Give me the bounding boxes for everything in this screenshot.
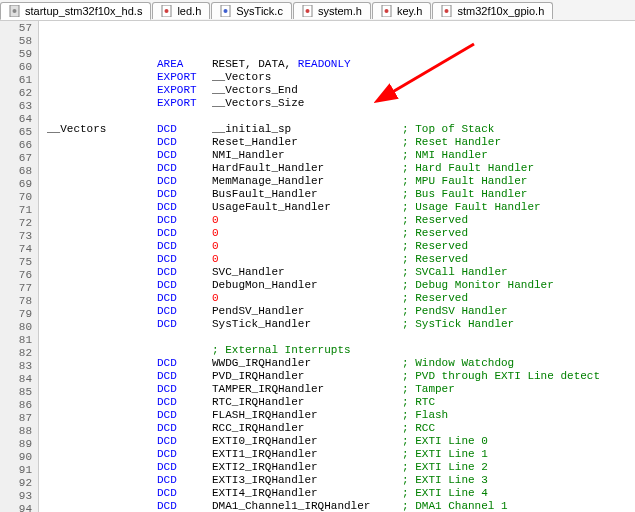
code-line[interactable]: DCDEXTI4_IRQHandler; EXTI Line 4: [39, 487, 635, 500]
code-label: [39, 58, 157, 71]
code-arg: SVC_Handler: [212, 266, 402, 279]
code-comment: ; PendSV Handler: [402, 305, 508, 318]
code-arg: Reset_Handler: [212, 136, 402, 149]
line-number: 78: [0, 295, 38, 308]
code-arg: 0: [212, 240, 402, 253]
code-arg: 0: [212, 227, 402, 240]
code-line[interactable]: DCDDMA1_Channel1_IRQHandler; DMA1 Channe…: [39, 500, 635, 512]
line-number: 94: [0, 503, 38, 512]
code-op: DCD: [157, 266, 212, 279]
code-line[interactable]: __VectorsDCD__initial_sp; Top of Stack: [39, 123, 635, 136]
code-line[interactable]: DCDEXTI0_IRQHandler; EXTI Line 0: [39, 435, 635, 448]
code-line[interactable]: DCDFLASH_IRQHandler; Flash: [39, 409, 635, 422]
code-arg: FLASH_IRQHandler: [212, 409, 402, 422]
code-comment: ; Flash: [402, 409, 448, 422]
code-op: EXPORT: [157, 97, 212, 110]
file-c-icon: [220, 5, 232, 17]
code-line[interactable]: EXPORT__Vectors_Size: [39, 97, 635, 110]
code-arg: EXTI3_IRQHandler: [212, 474, 402, 487]
code-line[interactable]: EXPORT__Vectors_End: [39, 84, 635, 97]
line-number: 64: [0, 113, 38, 126]
code-arg: RESET, DATA, READONLY: [212, 58, 402, 71]
code-op: DCD: [157, 136, 212, 149]
code-line[interactable]: DCDEXTI1_IRQHandler; EXTI Line 1: [39, 448, 635, 461]
code-arg: 0: [212, 253, 402, 266]
code-line[interactable]: DCDDebugMon_Handler; Debug Monitor Handl…: [39, 279, 635, 292]
code-line[interactable]: AREARESET, DATA, READONLY: [39, 58, 635, 71]
code-line[interactable]: [39, 331, 635, 344]
svg-point-3: [165, 9, 169, 13]
code-line[interactable]: DCDMemManage_Handler; MPU Fault Handler: [39, 175, 635, 188]
code-line[interactable]: ; External Interrupts: [39, 344, 635, 357]
code-comment: ; Debug Monitor Handler: [402, 279, 554, 292]
line-number: 81: [0, 334, 38, 347]
code-line[interactable]: DCD0; Reserved: [39, 253, 635, 266]
code-line[interactable]: DCD0; Reserved: [39, 227, 635, 240]
tab-3[interactable]: system.h: [293, 2, 371, 19]
code-arg: EXTI2_IRQHandler: [212, 461, 402, 474]
line-number: 73: [0, 230, 38, 243]
code-comment: ; EXTI Line 2: [402, 461, 488, 474]
line-number: 58: [0, 35, 38, 48]
code-arg: DebugMon_Handler: [212, 279, 402, 292]
line-number: 72: [0, 217, 38, 230]
code-area[interactable]: AREARESET, DATA, READONLYEXPORT__Vectors…: [39, 21, 635, 512]
code-line[interactable]: DCDUsageFault_Handler; Usage Fault Handl…: [39, 201, 635, 214]
code-line[interactable]: DCDPVD_IRQHandler; PVD through EXTI Line…: [39, 370, 635, 383]
code-line[interactable]: DCD0; Reserved: [39, 292, 635, 305]
code-label: [39, 487, 157, 500]
code-line[interactable]: DCD0; Reserved: [39, 240, 635, 253]
code-line[interactable]: DCDEXTI2_IRQHandler; EXTI Line 2: [39, 461, 635, 474]
tab-2[interactable]: SysTick.c: [211, 2, 292, 19]
line-number: 61: [0, 74, 38, 87]
code-op: DCD: [157, 149, 212, 162]
code-line[interactable]: DCDWWDG_IRQHandler; Window Watchdog: [39, 357, 635, 370]
code-op: DCD: [157, 201, 212, 214]
code-op: [157, 344, 212, 357]
line-number: 93: [0, 490, 38, 503]
code-label: [39, 84, 157, 97]
code-line[interactable]: DCDBusFault_Handler; Bus Fault Handler: [39, 188, 635, 201]
code-line[interactable]: [39, 110, 635, 123]
tab-4[interactable]: key.h: [372, 2, 431, 19]
line-number: 80: [0, 321, 38, 334]
code-line[interactable]: EXPORT__Vectors: [39, 71, 635, 84]
code-line[interactable]: DCDRTC_IRQHandler; RTC: [39, 396, 635, 409]
code-label: [39, 370, 157, 383]
code-arg: WWDG_IRQHandler: [212, 357, 402, 370]
code-comment: ; EXTI Line 1: [402, 448, 488, 461]
file-h-icon: [381, 5, 393, 17]
code-line[interactable]: DCDEXTI3_IRQHandler; EXTI Line 3: [39, 474, 635, 487]
tab-label: key.h: [397, 5, 422, 17]
code-arg: __Vectors_End: [212, 84, 402, 97]
code-line[interactable]: DCDPendSV_Handler; PendSV Handler: [39, 305, 635, 318]
code-arg: 0: [212, 292, 402, 305]
code-op: DCD: [157, 448, 212, 461]
svg-point-5: [224, 9, 228, 13]
code-label: [39, 71, 157, 84]
code-comment: ; DMA1 Channel 1: [402, 500, 508, 512]
code-line[interactable]: DCDSVC_Handler; SVCall Handler: [39, 266, 635, 279]
tab-5[interactable]: stm32f10x_gpio.h: [432, 2, 553, 19]
code-line[interactable]: DCDHardFault_Handler; Hard Fault Handler: [39, 162, 635, 175]
code-line[interactable]: DCDNMI_Handler; NMI Handler: [39, 149, 635, 162]
code-label: [39, 240, 157, 253]
code-arg: __Vectors: [212, 71, 402, 84]
code-arg: BusFault_Handler: [212, 188, 402, 201]
svg-point-7: [305, 9, 309, 13]
tab-0[interactable]: startup_stm32f10x_hd.s: [0, 2, 151, 20]
code-line[interactable]: DCDSysTick_Handler; SysTick Handler: [39, 318, 635, 331]
code-op: DCD: [157, 279, 212, 292]
code-line[interactable]: DCD0; Reserved: [39, 214, 635, 227]
tab-1[interactable]: led.h: [152, 2, 210, 19]
code-line[interactable]: DCDTAMPER_IRQHandler; Tamper: [39, 383, 635, 396]
code-line[interactable]: DCDRCC_IRQHandler; RCC: [39, 422, 635, 435]
code-label: [39, 149, 157, 162]
code-label: [39, 396, 157, 409]
line-number: 85: [0, 386, 38, 399]
editor: 5758596061626364656667686970717273747576…: [0, 21, 635, 512]
code-line[interactable]: DCDReset_Handler; Reset Handler: [39, 136, 635, 149]
code-label: [39, 214, 157, 227]
code-op: DCD: [157, 461, 212, 474]
code-arg: MemManage_Handler: [212, 175, 402, 188]
